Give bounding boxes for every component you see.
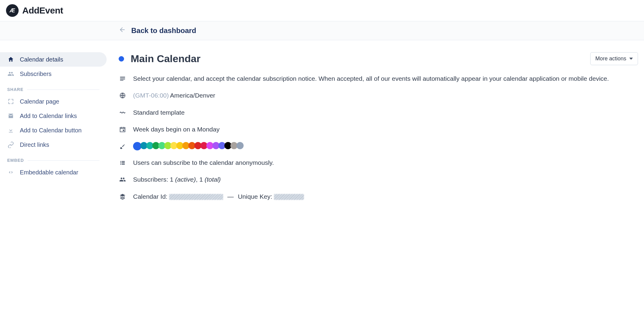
sidebar-section-share: SHARE <box>0 81 107 94</box>
color-swatch[interactable] <box>236 142 244 149</box>
logo-icon: Æ <box>6 4 19 17</box>
sidebar-item-calendar-page[interactable]: Calendar page <box>0 94 107 109</box>
expand-icon <box>7 98 14 105</box>
description-text: Select your calendar, and accept the cal… <box>133 74 609 83</box>
template-text: Standard template <box>133 108 185 117</box>
sidebar-item-add-to-calendar-button[interactable]: Add to Calendar button <box>0 123 107 137</box>
sidebar-item-label: Calendar page <box>20 98 59 105</box>
sidebar: Calendar details Subscribers SHARE Calen… <box>0 40 107 221</box>
subscribers-active-suffix: (active) <box>175 176 196 183</box>
link-icon <box>7 141 14 148</box>
calendar-color-dot <box>119 56 124 62</box>
timezone-name: America/Denver <box>170 92 215 99</box>
caret-down-icon <box>629 58 633 60</box>
sidebar-item-label: Subscribers <box>20 71 52 77</box>
palette-row <box>119 142 638 150</box>
svg-rect-2 <box>123 130 124 131</box>
notes-icon <box>119 75 126 83</box>
people-icon <box>119 176 126 183</box>
anonymity-text: Users can subscribe to the calendar anon… <box>133 158 274 167</box>
sidebar-item-label: Calendar details <box>20 56 63 63</box>
weekstart-text: Week days begin on a Monday <box>133 125 220 134</box>
calendar-icon <box>119 125 126 133</box>
main-content: Main Calendar More actions Select your c… <box>107 40 644 221</box>
arrow-left-icon <box>119 26 126 35</box>
sidebar-item-calendar-details[interactable]: Calendar details <box>0 52 107 67</box>
color-palette <box>133 142 244 150</box>
sidebar-item-label: Add to Calendar links <box>20 113 77 119</box>
svg-rect-1 <box>120 128 125 132</box>
sidebar-item-subscribers[interactable]: Subscribers <box>0 67 107 81</box>
sidebar-item-label: Add to Calendar button <box>20 127 82 134</box>
envelope-icon <box>7 112 14 119</box>
anonymity-row: Users can subscribe to the calendar anon… <box>119 158 638 167</box>
back-label: Back to dashboard <box>131 26 196 35</box>
brand-name: AddEvent <box>22 5 63 16</box>
sidebar-item-label: Direct links <box>20 141 49 148</box>
globe-icon <box>119 92 126 99</box>
squiggle-icon <box>119 109 126 116</box>
subscribers-row: Subscribers: 1 (active), 1 (total) <box>119 175 638 184</box>
header: Æ AddEvent <box>0 0 644 21</box>
unique-key-value-redacted <box>274 194 304 200</box>
more-actions-button[interactable]: More actions <box>590 52 638 65</box>
list-icon <box>119 159 126 167</box>
layers-icon <box>119 193 126 201</box>
timezone-offset: (GMT-06:00) <box>133 92 169 99</box>
people-icon <box>7 70 14 77</box>
sidebar-item-add-to-calendar-links[interactable]: Add to Calendar links <box>0 109 107 123</box>
download-icon <box>7 127 14 134</box>
calendar-id-value-redacted <box>169 194 223 200</box>
home-icon <box>7 56 14 63</box>
brush-icon <box>119 143 126 150</box>
template-row: Standard template <box>119 108 638 117</box>
sidebar-section-embed: EMBED <box>0 152 107 165</box>
unique-key-label: Unique Key: <box>238 193 272 200</box>
timezone-row: (GMT-06:00)America/Denver <box>119 91 638 100</box>
subscribers-label: Subscribers: <box>133 176 168 183</box>
subscribers-total-suffix: (total) <box>205 176 221 183</box>
weekstart-row: Week days begin on a Monday <box>119 125 638 134</box>
page-title: Main Calendar <box>131 53 590 65</box>
back-bar[interactable]: Back to dashboard <box>0 21 644 40</box>
subscribers-active-count: 1 <box>170 176 174 183</box>
calendar-id-row: Calendar Id: — Unique Key: <box>119 192 638 201</box>
calendar-id-label: Calendar Id: <box>133 193 167 200</box>
sidebar-item-direct-links[interactable]: Direct links <box>0 137 107 152</box>
sidebar-item-label: Embeddable calendar <box>20 169 78 176</box>
subscribers-total-count: 1 <box>199 176 203 183</box>
description-row: Select your calendar, and accept the cal… <box>119 74 638 83</box>
separator: — <box>227 193 234 200</box>
code-icon <box>7 169 14 176</box>
sidebar-item-embeddable-calendar[interactable]: Embeddable calendar <box>0 165 107 180</box>
